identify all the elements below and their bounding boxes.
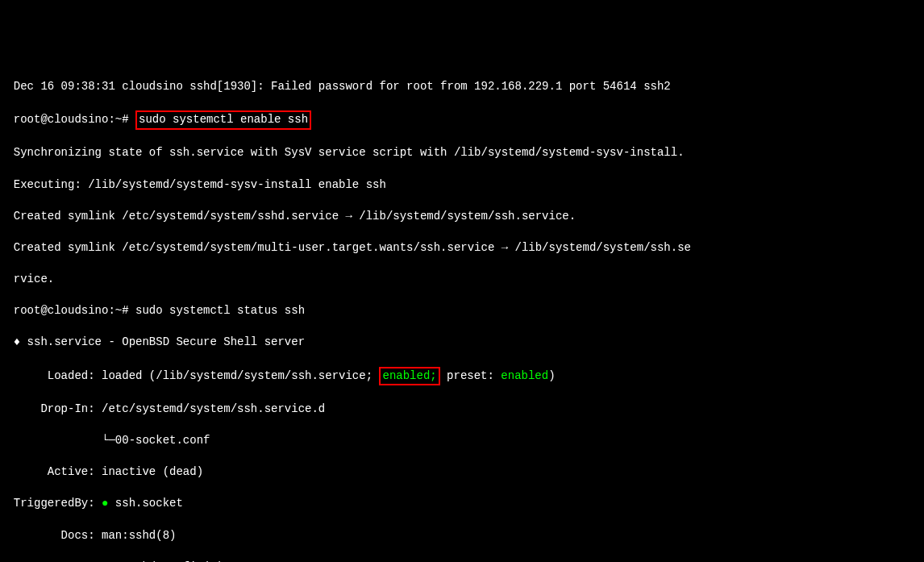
prompt-line: root@cloudsino:~# sudo systemctl status …: [0, 303, 924, 319]
status-label: Loaded: loaded (/lib/systemd/system/ssh.…: [0, 369, 379, 382]
status-text: ): [548, 369, 555, 382]
status-active: Active: inactive (dead): [0, 464, 924, 481]
status-dropin: Drop-In: /etc/systemd/system/ssh.service…: [0, 402, 924, 418]
prompt-line: root@cloudsino:~# sudo systemctl enable …: [0, 110, 924, 130]
status-triggered: TriggeredBy: ● ssh.socket: [0, 496, 924, 512]
log-line: Dec 16 09:38:31 cloudsino sshd[1930]: Fa…: [0, 79, 924, 95]
output-line: Created symlink /etc/systemd/system/sshd…: [0, 209, 924, 225]
output-line: Synchronizing state of ssh.service with …: [0, 145, 924, 161]
status-dropin-file: └─00-socket.conf: [0, 433, 924, 449]
command-highlight: sudo systemctl enable ssh: [135, 110, 311, 130]
status-loaded: Loaded: loaded (/lib/systemd/system/ssh.…: [0, 367, 924, 386]
enabled-highlight: enabled;: [379, 367, 439, 386]
status-text: preset:: [440, 369, 502, 382]
terminal-output[interactable]: Dec 16 09:38:31 cloudsino sshd[1930]: Fa…: [0, 63, 924, 562]
shell-prompt: root@cloudsino:~#: [0, 113, 135, 126]
output-line: Executing: /lib/systemd/systemd-sysv-ins…: [0, 177, 924, 194]
status-label: TriggeredBy:: [0, 497, 102, 510]
output-line: rvice.: [0, 272, 924, 288]
preset-enabled: enabled: [501, 369, 548, 382]
status-text: ssh.socket: [108, 497, 182, 510]
status-docs: Docs: man:sshd(8): [0, 528, 924, 544]
output-line: Created symlink /etc/systemd/system/mult…: [0, 240, 924, 256]
status-header: ♦ ssh.service - OpenBSD Secure Shell ser…: [0, 335, 924, 351]
